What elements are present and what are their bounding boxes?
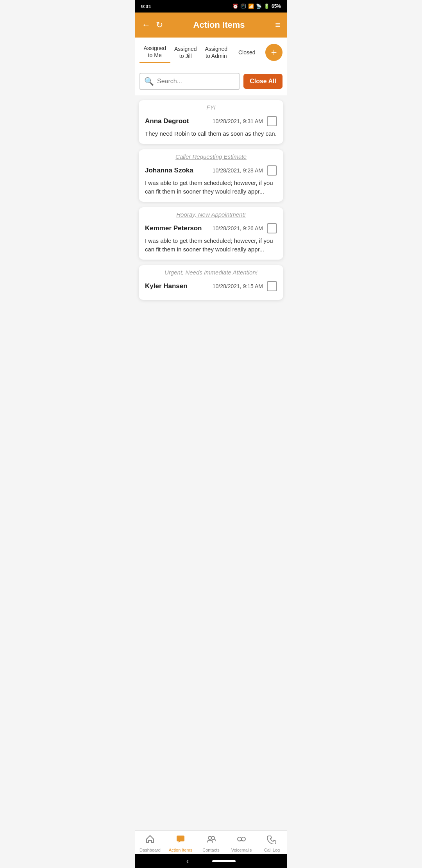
search-input[interactable] (157, 78, 235, 85)
card-category: Hooray, New Appointment! (139, 207, 283, 220)
status-time: 9:31 (141, 4, 151, 9)
close-all-button[interactable]: Close All (243, 74, 283, 89)
card-message: They need Robin to call them as soon as … (145, 129, 277, 138)
card-date: 10/28/2021, 9:15 AM (213, 283, 263, 289)
wifi-icon: 📶 (248, 4, 254, 9)
tab-closed[interactable]: Closed (232, 46, 263, 59)
table-row: Hooray, New Appointment! Kemmer Peterson… (139, 207, 283, 260)
card-header-row: Kemmer Peterson 10/28/2021, 9:26 AM (145, 223, 277, 233)
search-input-wrapper: 🔍 (139, 73, 240, 90)
card-person-name: Anna Degroot (145, 117, 189, 125)
header: ← ↻ Action Items ≡ (135, 13, 287, 38)
card-category: Caller Requesting Estimate (139, 149, 283, 162)
signal-icon: 📡 (256, 4, 262, 9)
card-checkbox[interactable] (267, 165, 277, 176)
status-icons: ⏰ 📳 📶 📡 🔋 65% (232, 4, 281, 9)
card-meta: 10/28/2021, 9:15 AM (213, 281, 277, 291)
tab-assigned-me[interactable]: Assigned to Me (139, 41, 170, 63)
card-category: FYI (139, 100, 283, 113)
card-body: Kemmer Peterson 10/28/2021, 9:26 AM I wa… (139, 220, 283, 260)
card-person-name: Kemmer Peterson (145, 224, 202, 232)
add-tab-button[interactable]: + (265, 44, 283, 61)
battery-percent: 65% (272, 4, 281, 9)
table-row: Caller Requesting Estimate Johanna Szoka… (139, 149, 283, 202)
card-header-row: Kyler Hansen 10/28/2021, 9:15 AM (145, 281, 277, 291)
menu-button[interactable]: ≡ (275, 20, 280, 30)
card-person-name: Kyler Hansen (145, 282, 188, 290)
card-person-name: Johanna Szoka (145, 167, 193, 174)
card-body: Kyler Hansen 10/28/2021, 9:15 AM (139, 278, 283, 300)
card-header-row: Anna Degroot 10/28/2021, 9:31 AM (145, 116, 277, 126)
card-body: Johanna Szoka 10/28/2021, 9:28 AM I was … (139, 162, 283, 202)
tab-assigned-jill[interactable]: Assigned to Jill (170, 42, 201, 63)
battery-icon: 🔋 (264, 4, 270, 9)
tabs-bar: Assigned to Me Assigned to Jill Assigned… (135, 38, 287, 67)
card-date: 10/28/2021, 9:26 AM (213, 225, 263, 231)
card-checkbox[interactable] (267, 116, 277, 126)
table-row: Urgent, Needs Immediate Attention! Kyler… (139, 265, 283, 300)
refresh-button[interactable]: ↻ (156, 20, 163, 30)
page-title: Action Items (193, 20, 245, 30)
alarm-icon: ⏰ (232, 4, 238, 9)
card-meta: 10/28/2021, 9:28 AM (213, 165, 277, 176)
card-meta: 10/28/2021, 9:26 AM (213, 223, 277, 233)
card-checkbox[interactable] (267, 281, 277, 291)
card-message: I was able to get them scheduled; howeve… (145, 179, 277, 196)
search-bar: 🔍 Close All (135, 67, 287, 95)
table-row: FYI Anna Degroot 10/28/2021, 9:31 AM The… (139, 100, 283, 144)
back-button[interactable]: ← (142, 20, 150, 30)
card-checkbox[interactable] (267, 223, 277, 233)
status-bar: 9:31 ⏰ 📳 📶 📡 🔋 65% (135, 0, 287, 13)
card-date: 10/28/2021, 9:31 AM (213, 118, 263, 124)
search-icon: 🔍 (144, 77, 154, 86)
card-date: 10/28/2021, 9:28 AM (213, 167, 263, 174)
card-category: Urgent, Needs Immediate Attention! (139, 265, 283, 278)
card-body: Anna Degroot 10/28/2021, 9:31 AM They ne… (139, 113, 283, 144)
tab-assigned-admin[interactable]: Assigned to Admin (201, 42, 232, 63)
header-left-actions: ← ↻ (142, 20, 163, 30)
card-header-row: Johanna Szoka 10/28/2021, 9:28 AM (145, 165, 277, 176)
card-meta: 10/28/2021, 9:31 AM (213, 116, 277, 126)
vibrate-icon: 📳 (240, 4, 246, 9)
cards-container: FYI Anna Degroot 10/28/2021, 9:31 AM The… (135, 95, 287, 357)
card-message: I was able to get them scheduled; howeve… (145, 237, 277, 254)
